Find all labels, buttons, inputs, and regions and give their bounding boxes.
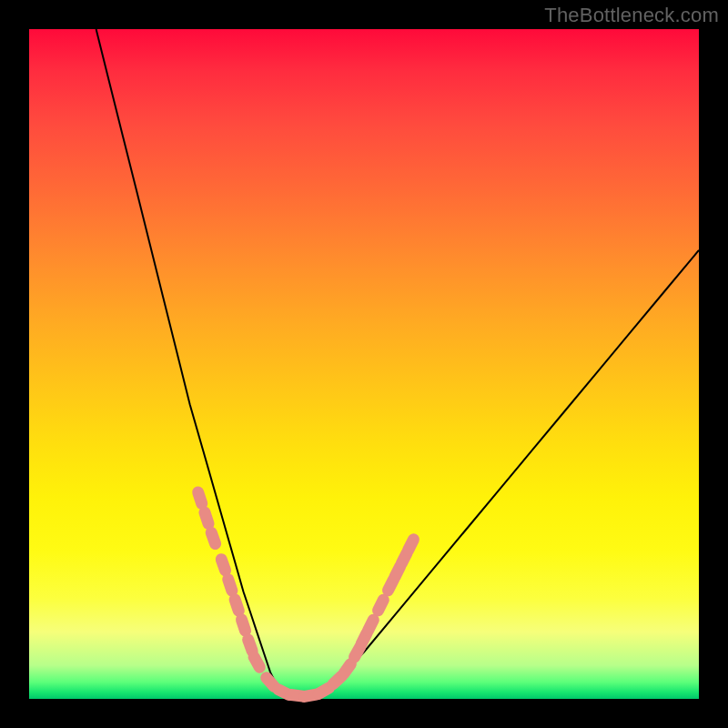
plot-area [29, 29, 699, 699]
markers-group [190, 485, 421, 703]
chart-frame: TheBottleneck.com [0, 0, 728, 728]
watermark-text: TheBottleneck.com [544, 4, 719, 27]
bottleneck-curve [96, 29, 699, 699]
curve-svg [29, 29, 699, 699]
